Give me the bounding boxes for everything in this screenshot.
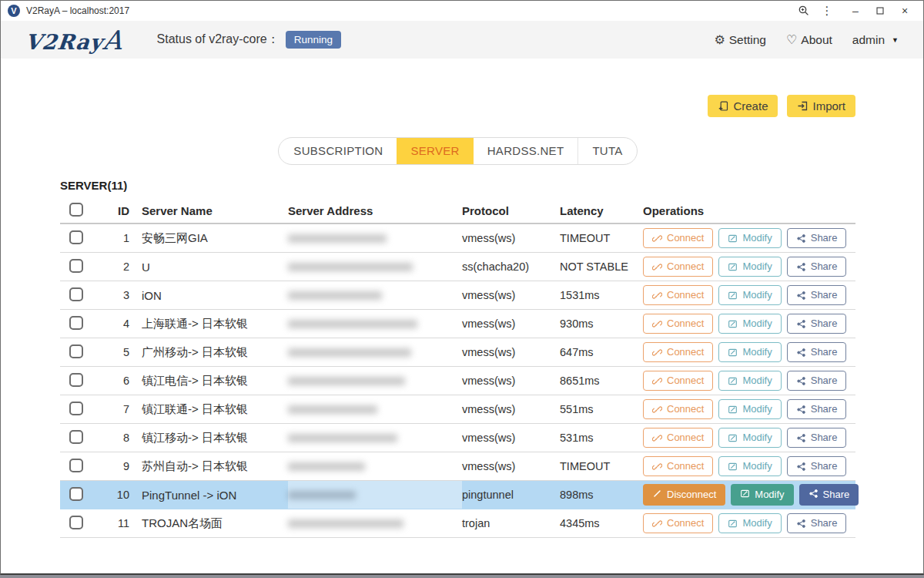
share-icon <box>796 405 806 415</box>
app-window: V V2RayA – localhost:2017 ⋮ – × V2RayA S… <box>0 0 924 575</box>
about-button[interactable]: ♡ About <box>786 33 832 47</box>
col-name: Server Name <box>142 204 288 217</box>
tab-server[interactable]: SERVER <box>397 138 473 164</box>
close-button[interactable]: × <box>892 1 917 21</box>
modify-button[interactable]: Modify <box>718 513 781 534</box>
row-server-address-redacted <box>288 367 462 395</box>
modify-button[interactable]: Modify <box>718 399 781 420</box>
row-latency: 8651ms <box>560 375 643 387</box>
table-row: 10 PingTunnel -> iON pingtunnel 898ms Di… <box>60 481 855 509</box>
connect-button[interactable]: Connect <box>643 456 713 477</box>
row-checkbox[interactable] <box>69 516 83 529</box>
connect-button[interactable]: Connect <box>643 257 713 277</box>
maximize-button[interactable] <box>868 1 892 21</box>
share-button[interactable]: Share <box>787 371 847 391</box>
share-icon <box>796 433 806 443</box>
row-checkbox[interactable] <box>69 373 83 387</box>
share-button[interactable]: Share <box>799 484 859 506</box>
share-button[interactable]: Share <box>787 342 847 363</box>
connect-icon <box>652 519 662 529</box>
row-latency: 930ms <box>560 318 643 330</box>
setting-button[interactable]: ⚙ Setting <box>714 33 766 47</box>
row-protocol: ss(chacha20) <box>462 260 560 273</box>
table-row: 1 安畅三网GIA vmess(ws) TIMEOUT Connect Modi… <box>60 224 855 253</box>
table-header: ID Server Name Server Address Protocol L… <box>60 199 855 224</box>
modify-button[interactable]: Modify <box>718 456 781 477</box>
row-protocol: vmess(ws) <box>462 232 560 244</box>
modify-button[interactable]: Modify <box>718 371 781 391</box>
modify-button[interactable]: Modify <box>731 484 793 506</box>
modify-icon <box>728 262 738 272</box>
row-server-address-redacted <box>288 281 462 309</box>
create-icon <box>718 100 729 112</box>
share-icon <box>808 489 819 502</box>
row-checkbox[interactable] <box>69 230 83 244</box>
connect-button[interactable]: Connect <box>643 428 713 449</box>
row-operations: Disconnect Modify Share <box>643 484 859 506</box>
row-server-name: TROJAN名场面 <box>142 516 288 531</box>
connect-button[interactable]: Connect <box>643 513 713 534</box>
row-server-address-redacted <box>288 452 462 480</box>
app-header: V2RayA Status of v2ray-core： Running ⚙ S… <box>1 21 923 59</box>
tab-tuta[interactable]: TUTA <box>578 138 636 164</box>
table-row: 4 上海联通-> 日本软银 vmess(ws) 930ms Connect Mo… <box>60 310 855 338</box>
minimize-button[interactable]: – <box>843 1 868 21</box>
zoom-icon[interactable] <box>792 1 815 21</box>
disconnect-icon <box>652 489 662 502</box>
modify-button[interactable]: Modify <box>718 257 781 277</box>
row-checkbox[interactable] <box>69 402 83 415</box>
tab-subscription[interactable]: SUBSCRIPTION <box>279 138 397 164</box>
share-icon <box>796 319 806 329</box>
row-server-address-redacted <box>288 253 462 281</box>
row-checkbox[interactable] <box>69 487 83 501</box>
tab-hardss-net[interactable]: HARDSS.NET <box>474 138 578 164</box>
import-icon <box>797 100 808 112</box>
row-checkbox[interactable] <box>69 459 83 472</box>
table-row: 9 苏州自动-> 日本软银 vmess(ws) TIMEOUT Connect … <box>60 452 855 481</box>
share-button[interactable]: Share <box>787 428 847 449</box>
share-button[interactable]: Share <box>787 399 847 420</box>
share-button[interactable]: Share <box>787 456 847 477</box>
share-button[interactable]: Share <box>787 285 847 306</box>
connect-button[interactable]: Connect <box>643 342 713 363</box>
share-button[interactable]: Share <box>787 228 847 249</box>
row-latency: 647ms <box>560 346 643 358</box>
modify-button[interactable]: Modify <box>718 428 781 449</box>
row-checkbox[interactable] <box>69 316 83 330</box>
modify-button[interactable]: Modify <box>718 342 781 363</box>
table-row: 2 U ss(chacha20) NOT STABLE Connect Modi… <box>60 253 855 281</box>
modify-button[interactable]: Modify <box>718 228 781 249</box>
modify-button[interactable]: Modify <box>718 285 781 306</box>
connect-icon <box>652 405 662 415</box>
row-checkbox[interactable] <box>69 430 83 444</box>
connect-icon <box>652 262 662 272</box>
modify-icon <box>728 519 738 529</box>
connect-button[interactable]: Connect <box>643 399 713 420</box>
share-button[interactable]: Share <box>787 513 847 534</box>
row-id: 6 <box>109 375 142 387</box>
row-checkbox[interactable] <box>69 344 83 358</box>
row-checkbox[interactable] <box>69 287 83 301</box>
row-id: 10 <box>109 489 142 501</box>
connect-button[interactable]: Connect <box>643 285 713 306</box>
select-all-checkbox[interactable] <box>69 203 83 217</box>
row-protocol: vmess(ws) <box>462 318 560 330</box>
import-button[interactable]: Import <box>787 95 855 117</box>
menu-dots-icon[interactable]: ⋮ <box>815 1 839 21</box>
row-server-name: 镇江移动-> 日本软银 <box>142 431 288 445</box>
connect-button[interactable]: Connect <box>643 314 713 334</box>
row-id: 9 <box>109 460 142 472</box>
disconnect-button[interactable]: Disconnect <box>643 484 725 506</box>
share-button[interactable]: Share <box>787 257 847 277</box>
row-checkbox[interactable] <box>69 259 83 273</box>
modify-button[interactable]: Modify <box>718 314 781 334</box>
heart-icon: ♡ <box>786 34 797 46</box>
connect-button[interactable]: Connect <box>643 228 713 249</box>
share-button[interactable]: Share <box>787 314 847 334</box>
table-row: 11 TROJAN名场面 trojan 4345ms Connect Modif… <box>60 509 855 538</box>
user-menu[interactable]: admin ▼ <box>852 33 899 47</box>
connect-button[interactable]: Connect <box>643 371 713 391</box>
share-icon <box>796 462 806 472</box>
create-button[interactable]: Create <box>708 95 778 117</box>
connect-icon <box>652 462 662 472</box>
